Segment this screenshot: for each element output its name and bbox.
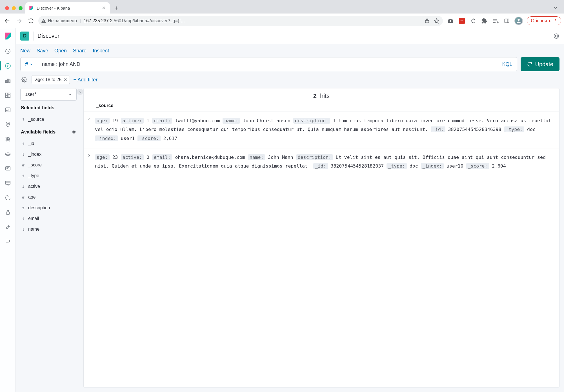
index-pattern-select[interactable]: user* xyxy=(20,88,77,101)
chevron-down-icon xyxy=(29,62,33,66)
kibana-header: D Discover xyxy=(16,28,564,44)
filter-pill[interactable]: age: 18 to 25 ✕ xyxy=(32,75,70,84)
field-key: description: xyxy=(293,118,330,124)
field-item[interactable]: t_id xyxy=(20,138,77,149)
doc-body: age: 19 active: 1 email: lwolff@yahoo.co… xyxy=(95,116,555,143)
new-tab-button[interactable]: ＋ xyxy=(112,3,122,13)
sidebar-collapse-handle[interactable] xyxy=(77,88,83,387)
query-input[interactable] xyxy=(38,57,498,71)
nav-uptime-icon[interactable] xyxy=(0,190,16,205)
nav-siem-icon[interactable] xyxy=(0,205,16,220)
kibana-logo[interactable] xyxy=(0,28,16,44)
expand-doc-button[interactable] xyxy=(87,116,93,143)
field-item[interactable]: #active xyxy=(20,181,77,192)
field-type-icon: t xyxy=(21,174,25,178)
field-type-icon: t xyxy=(21,142,25,146)
camera-icon[interactable] xyxy=(447,17,454,24)
field-item[interactable]: #_score xyxy=(20,160,77,170)
nav-apm-icon[interactable] xyxy=(0,161,16,176)
field-item[interactable]: t_index xyxy=(20,149,77,160)
svg-rect-38 xyxy=(5,167,10,170)
menu-share[interactable]: Share xyxy=(73,48,86,54)
filter-settings-button[interactable] xyxy=(20,77,28,83)
nav-visualize-icon[interactable] xyxy=(0,73,16,88)
field-item[interactable]: ?_source xyxy=(20,114,77,125)
nav-collapse-button[interactable] xyxy=(0,234,16,248)
field-type-icon: ? xyxy=(21,117,25,122)
tab-overflow-button[interactable] xyxy=(550,3,561,14)
svg-rect-25 xyxy=(9,80,10,83)
field-item[interactable]: tname xyxy=(20,224,77,235)
query-language-toggle[interactable]: KQL xyxy=(498,61,517,67)
header-help-icon[interactable] xyxy=(553,33,559,39)
field-item[interactable]: #age xyxy=(20,192,77,202)
svg-marker-11 xyxy=(497,21,499,23)
browser-update-button[interactable]: Обновить xyxy=(527,16,561,25)
nav-devtools-icon[interactable] xyxy=(0,220,16,234)
playlist-icon[interactable] xyxy=(492,17,499,24)
menu-inspect[interactable]: Inspect xyxy=(93,48,109,54)
table-header-source[interactable]: _source xyxy=(84,101,559,112)
window-zoom-button[interactable] xyxy=(19,6,23,10)
field-item[interactable]: tdescription xyxy=(20,202,77,213)
add-filter-button[interactable]: + Add filter xyxy=(73,77,97,83)
hit-count: 2 xyxy=(313,92,317,99)
panel-icon[interactable] xyxy=(503,17,510,24)
field-key: age: xyxy=(95,118,110,124)
extensions-puzzle-icon[interactable] xyxy=(481,17,488,24)
nav-maps-icon[interactable] xyxy=(0,117,16,132)
nav-canvas-icon[interactable] xyxy=(0,176,16,190)
url-text: 167.235.237.2:5601/app/kibana#/discover?… xyxy=(84,18,421,23)
svg-point-6 xyxy=(449,20,451,22)
svg-point-14 xyxy=(518,19,519,21)
field-value: user1 xyxy=(118,136,138,141)
svg-point-7 xyxy=(474,19,475,20)
field-name: description xyxy=(28,205,50,210)
nav-recent-icon[interactable] xyxy=(0,44,16,59)
extension-red-icon[interactable]: ••• xyxy=(458,17,465,24)
field-key: email: xyxy=(152,154,172,160)
nav-reload-button[interactable] xyxy=(26,16,35,25)
nav-discover-icon[interactable] xyxy=(0,59,16,73)
nav-back-button[interactable] xyxy=(3,16,12,25)
window-minimize-button[interactable] xyxy=(12,6,16,10)
window-close-button[interactable] xyxy=(5,6,9,10)
svg-rect-40 xyxy=(6,212,9,214)
bookmark-star-icon[interactable] xyxy=(433,18,440,24)
share-icon[interactable] xyxy=(424,18,430,23)
nav-ml-icon[interactable] xyxy=(0,146,16,161)
profile-avatar[interactable] xyxy=(514,17,523,25)
address-bar[interactable]: Не защищено | 167.235.237.2:5601/app/kib… xyxy=(38,16,443,26)
nav-forward-button[interactable] xyxy=(15,16,24,25)
field-type-icon: # xyxy=(21,163,25,167)
expand-doc-button[interactable] xyxy=(87,153,93,171)
svg-point-34 xyxy=(6,140,7,141)
menu-save[interactable]: Save xyxy=(37,48,48,54)
nav-graph-icon[interactable] xyxy=(0,132,16,146)
field-name: email xyxy=(28,216,39,221)
field-name: name xyxy=(28,227,39,232)
field-name: _type xyxy=(28,173,39,178)
extension-crescent-icon[interactable] xyxy=(469,17,477,24)
svg-point-37 xyxy=(5,153,10,155)
field-settings-button[interactable] xyxy=(72,130,76,134)
filter-pill-remove[interactable]: ✕ xyxy=(64,77,67,82)
selected-fields-heading: Selected fields xyxy=(20,103,77,111)
menu-new[interactable]: New xyxy=(20,48,30,54)
menu-open[interactable]: Open xyxy=(54,48,67,54)
browser-toolbar: Не защищено | 167.235.237.2:5601/app/kib… xyxy=(0,14,564,28)
svg-rect-29 xyxy=(5,95,7,97)
nav-dashboard-icon[interactable] xyxy=(0,88,16,103)
kibana-favicon xyxy=(29,5,34,10)
field-item[interactable]: temail xyxy=(20,213,77,224)
query-bar: # KQL xyxy=(20,57,517,71)
query-filter-toggle[interactable]: # xyxy=(21,57,38,71)
nav-timelion-icon[interactable] xyxy=(0,103,16,117)
tab-close-button[interactable]: ✕ xyxy=(101,5,106,11)
field-key: _id: xyxy=(313,163,328,169)
security-indicator[interactable]: Не защищено xyxy=(41,18,77,23)
field-value: lwolff@yahoo.com xyxy=(172,118,223,123)
browser-tab[interactable]: Discover - Kibana ✕ xyxy=(25,2,110,14)
field-item[interactable]: t_type xyxy=(20,170,77,181)
query-update-button[interactable]: Update xyxy=(521,57,560,71)
